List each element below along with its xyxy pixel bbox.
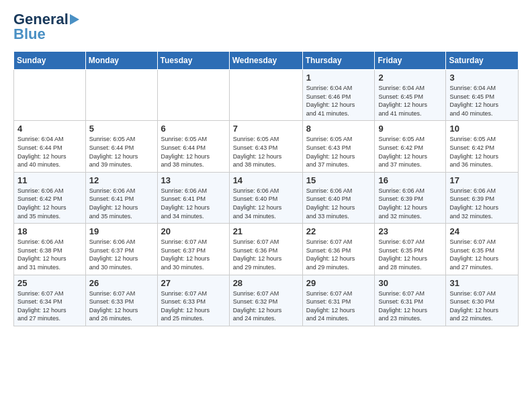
cell-day-info: Sunrise: 6:07 AM Sunset: 6:35 PM Dayligh…	[449, 238, 515, 271]
cell-day-number: 13	[161, 175, 226, 185]
calendar-cell: 8Sunrise: 6:05 AM Sunset: 6:43 PM Daylig…	[302, 121, 375, 172]
cell-day-number: 28	[233, 278, 299, 288]
calendar-cell: 12Sunrise: 6:06 AM Sunset: 6:41 PM Dayli…	[85, 172, 157, 223]
calendar-cell: 18Sunrise: 6:06 AM Sunset: 6:38 PM Dayli…	[14, 224, 86, 275]
cell-day-number: 11	[17, 175, 82, 185]
cell-day-info: Sunrise: 6:06 AM Sunset: 6:41 PM Dayligh…	[161, 187, 226, 220]
header-tuesday: Tuesday	[157, 52, 229, 70]
cell-day-info: Sunrise: 6:06 AM Sunset: 6:38 PM Dayligh…	[17, 238, 82, 271]
cell-day-number: 22	[306, 226, 371, 236]
cell-day-number: 8	[306, 124, 371, 134]
calendar-cell: 10Sunrise: 6:05 AM Sunset: 6:42 PM Dayli…	[446, 121, 519, 172]
header-saturday: Saturday	[446, 52, 519, 70]
calendar-cell: 5Sunrise: 6:05 AM Sunset: 6:44 PM Daylig…	[85, 121, 157, 172]
cell-day-info: Sunrise: 6:07 AM Sunset: 6:33 PM Dayligh…	[89, 289, 154, 323]
calendar-cell: 4Sunrise: 6:04 AM Sunset: 6:44 PM Daylig…	[14, 121, 86, 172]
week-row-3: 18Sunrise: 6:06 AM Sunset: 6:38 PM Dayli…	[14, 224, 519, 275]
page: General Blue SundayMondayTuesdayWednesda…	[0, 0, 532, 337]
calendar-cell: 27Sunrise: 6:07 AM Sunset: 6:33 PM Dayli…	[157, 275, 229, 326]
cell-day-number: 3	[449, 73, 515, 83]
calendar-cell: 24Sunrise: 6:07 AM Sunset: 6:35 PM Dayli…	[446, 224, 519, 275]
cell-day-number: 23	[378, 226, 442, 236]
cell-day-number: 18	[17, 226, 82, 236]
cell-day-number: 9	[378, 124, 442, 134]
cell-day-number: 16	[378, 175, 442, 185]
calendar-cell: 3Sunrise: 6:04 AM Sunset: 6:45 PM Daylig…	[446, 70, 519, 121]
header-monday: Monday	[85, 52, 157, 70]
calendar-cell: 6Sunrise: 6:05 AM Sunset: 6:44 PM Daylig…	[157, 121, 229, 172]
cell-day-info: Sunrise: 6:05 AM Sunset: 6:42 PM Dayligh…	[449, 135, 515, 169]
header: General Blue	[13, 11, 519, 43]
cell-day-number: 29	[306, 278, 371, 288]
cell-day-number: 14	[233, 175, 299, 185]
cell-day-info: Sunrise: 6:07 AM Sunset: 6:31 PM Dayligh…	[378, 289, 442, 323]
cell-day-info: Sunrise: 6:07 AM Sunset: 6:32 PM Dayligh…	[233, 289, 299, 323]
cell-day-info: Sunrise: 6:07 AM Sunset: 6:33 PM Dayligh…	[161, 289, 226, 323]
logo-blue: Blue	[13, 26, 46, 43]
cell-day-info: Sunrise: 6:06 AM Sunset: 6:40 PM Dayligh…	[306, 187, 371, 220]
cell-day-info: Sunrise: 6:06 AM Sunset: 6:42 PM Dayligh…	[17, 187, 82, 220]
cell-day-number: 31	[449, 278, 515, 288]
cell-day-info: Sunrise: 6:06 AM Sunset: 6:41 PM Dayligh…	[89, 187, 154, 220]
cell-day-info: Sunrise: 6:06 AM Sunset: 6:40 PM Dayligh…	[233, 187, 299, 220]
header-friday: Friday	[375, 52, 446, 70]
cell-day-info: Sunrise: 6:06 AM Sunset: 6:37 PM Dayligh…	[89, 238, 154, 271]
calendar-cell: 7Sunrise: 6:05 AM Sunset: 6:43 PM Daylig…	[229, 121, 302, 172]
cell-day-info: Sunrise: 6:06 AM Sunset: 6:39 PM Dayligh…	[378, 187, 442, 220]
cell-day-info: Sunrise: 6:07 AM Sunset: 6:30 PM Dayligh…	[449, 289, 515, 323]
calendar-cell: 26Sunrise: 6:07 AM Sunset: 6:33 PM Dayli…	[85, 275, 157, 326]
calendar-cell: 19Sunrise: 6:06 AM Sunset: 6:37 PM Dayli…	[85, 224, 157, 275]
cell-day-number: 20	[161, 226, 226, 236]
cell-day-info: Sunrise: 6:04 AM Sunset: 6:45 PM Dayligh…	[449, 84, 515, 118]
header-sunday: Sunday	[14, 52, 86, 70]
cell-day-number: 30	[378, 278, 442, 288]
calendar-cell: 1Sunrise: 6:04 AM Sunset: 6:46 PM Daylig…	[302, 70, 375, 121]
logo: General Blue	[13, 11, 79, 43]
calendar-cell: 23Sunrise: 6:07 AM Sunset: 6:35 PM Dayli…	[375, 224, 446, 275]
cell-day-info: Sunrise: 6:06 AM Sunset: 6:39 PM Dayligh…	[449, 187, 515, 220]
cell-day-number: 26	[89, 278, 154, 288]
calendar-cell: 22Sunrise: 6:07 AM Sunset: 6:36 PM Dayli…	[302, 224, 375, 275]
calendar-table: SundayMondayTuesdayWednesdayThursdayFrid…	[13, 51, 519, 326]
calendar-cell: 21Sunrise: 6:07 AM Sunset: 6:36 PM Dayli…	[229, 224, 302, 275]
cell-day-number: 7	[233, 124, 299, 134]
cell-day-number: 12	[89, 175, 154, 185]
cell-day-info: Sunrise: 6:05 AM Sunset: 6:42 PM Dayligh…	[378, 135, 442, 169]
calendar-cell: 28Sunrise: 6:07 AM Sunset: 6:32 PM Dayli…	[229, 275, 302, 326]
cell-day-number: 27	[161, 278, 226, 288]
cell-day-info: Sunrise: 6:05 AM Sunset: 6:44 PM Dayligh…	[161, 135, 226, 169]
calendar-cell: 30Sunrise: 6:07 AM Sunset: 6:31 PM Dayli…	[375, 275, 446, 326]
cell-day-info: Sunrise: 6:05 AM Sunset: 6:44 PM Dayligh…	[89, 135, 154, 169]
cell-day-number: 21	[233, 226, 299, 236]
header-row: SundayMondayTuesdayWednesdayThursdayFrid…	[14, 52, 519, 70]
calendar-cell: 20Sunrise: 6:07 AM Sunset: 6:37 PM Dayli…	[157, 224, 229, 275]
week-row-2: 11Sunrise: 6:06 AM Sunset: 6:42 PM Dayli…	[14, 172, 519, 223]
cell-day-number: 4	[17, 124, 82, 134]
cell-day-info: Sunrise: 6:07 AM Sunset: 6:31 PM Dayligh…	[306, 289, 371, 323]
calendar-cell	[157, 70, 229, 121]
calendar-cell: 31Sunrise: 6:07 AM Sunset: 6:30 PM Dayli…	[446, 275, 519, 326]
cell-day-number: 15	[306, 175, 371, 185]
calendar-header: SundayMondayTuesdayWednesdayThursdayFrid…	[14, 52, 519, 70]
header-thursday: Thursday	[302, 52, 375, 70]
cell-day-info: Sunrise: 6:04 AM Sunset: 6:45 PM Dayligh…	[378, 84, 442, 118]
calendar-cell: 2Sunrise: 6:04 AM Sunset: 6:45 PM Daylig…	[375, 70, 446, 121]
logo-arrow-icon	[70, 14, 79, 25]
cell-day-number: 25	[17, 278, 82, 288]
cell-day-info: Sunrise: 6:05 AM Sunset: 6:43 PM Dayligh…	[233, 135, 299, 169]
calendar-cell: 13Sunrise: 6:06 AM Sunset: 6:41 PM Dayli…	[157, 172, 229, 223]
cell-day-info: Sunrise: 6:07 AM Sunset: 6:37 PM Dayligh…	[161, 238, 226, 271]
cell-day-info: Sunrise: 6:04 AM Sunset: 6:46 PM Dayligh…	[306, 84, 371, 118]
cell-day-info: Sunrise: 6:04 AM Sunset: 6:44 PM Dayligh…	[17, 135, 82, 169]
cell-day-number: 10	[449, 124, 515, 134]
calendar-body: 1Sunrise: 6:04 AM Sunset: 6:46 PM Daylig…	[14, 70, 519, 326]
week-row-0: 1Sunrise: 6:04 AM Sunset: 6:46 PM Daylig…	[14, 70, 519, 121]
cell-day-info: Sunrise: 6:05 AM Sunset: 6:43 PM Dayligh…	[306, 135, 371, 169]
calendar-cell: 17Sunrise: 6:06 AM Sunset: 6:39 PM Dayli…	[446, 172, 519, 223]
calendar-cell	[229, 70, 302, 121]
calendar-cell: 11Sunrise: 6:06 AM Sunset: 6:42 PM Dayli…	[14, 172, 86, 223]
header-wednesday: Wednesday	[229, 52, 302, 70]
cell-day-number: 24	[449, 226, 515, 236]
cell-day-number: 5	[89, 124, 154, 134]
week-row-1: 4Sunrise: 6:04 AM Sunset: 6:44 PM Daylig…	[14, 121, 519, 172]
